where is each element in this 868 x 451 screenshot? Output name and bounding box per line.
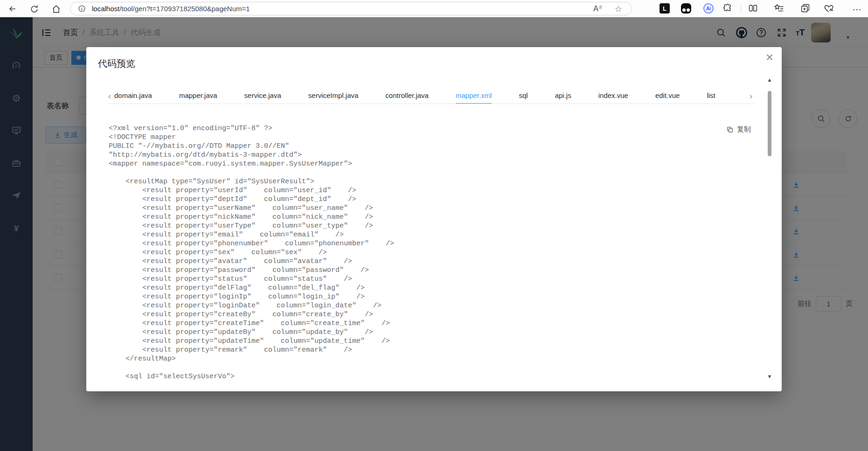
code-preview-dialog: 代码预览 × ‹ domain.javamapper.javaservice.j… xyxy=(86,47,782,391)
toolbar-separator xyxy=(741,4,741,13)
scroll-down-icon[interactable]: ▼ xyxy=(767,374,772,379)
split-screen-icon[interactable] xyxy=(748,3,758,13)
tab-edit.vue[interactable]: edit.vue xyxy=(655,88,680,104)
collections-icon[interactable] xyxy=(800,3,810,13)
favorites-list-icon[interactable] xyxy=(774,3,784,14)
extension-ai-icon[interactable]: Ai xyxy=(703,3,714,14)
tab-scroll-right-icon[interactable]: › xyxy=(746,91,756,101)
arrow-left-icon xyxy=(8,4,17,14)
browser-menu-icon[interactable]: … xyxy=(852,2,862,13)
extension-mask-icon[interactable] xyxy=(681,3,691,14)
tab-domain.java[interactable]: domain.java xyxy=(114,88,152,104)
scroll-up-icon[interactable]: ▲ xyxy=(767,77,772,83)
dialog-title: 代码预览 xyxy=(98,57,135,70)
favorite-star-icon[interactable]: ☆ xyxy=(615,5,622,13)
browser-home-button[interactable] xyxy=(50,3,62,15)
site-info-icon[interactable] xyxy=(77,4,86,14)
refresh-icon xyxy=(30,5,39,14)
browser-essentials-icon[interactable] xyxy=(824,3,834,14)
tab-serviceImpl.java[interactable]: serviceImpl.java xyxy=(308,88,359,104)
extension-l-icon[interactable]: L xyxy=(660,3,670,14)
code-content: <?xml version="1.0" encoding="UTF-8" ?> … xyxy=(109,124,724,381)
copy-icon xyxy=(726,126,734,133)
url-text: localhost/tool/gen?t=1709371825080&pageN… xyxy=(92,5,593,13)
tab-list[interactable]: list xyxy=(707,88,715,104)
close-icon[interactable]: × xyxy=(766,51,773,64)
tab-scroll-left-icon[interactable]: ‹ xyxy=(105,91,114,101)
browser-back-button[interactable] xyxy=(7,3,19,15)
tabs-divider xyxy=(109,104,755,104)
code-scrollbar: ▲ ▼ xyxy=(767,77,772,379)
tab-index.vue[interactable]: index.vue xyxy=(598,88,628,104)
tab-list: domain.javamapper.javaservice.javaservic… xyxy=(114,88,746,104)
scrollbar-thumb[interactable] xyxy=(768,91,771,156)
address-bar[interactable]: localhost/tool/gen?t=1709371825080&pageN… xyxy=(70,2,632,15)
browser-toolbar: localhost/tool/gen?t=1709371825080&pageN… xyxy=(0,0,868,17)
browser-refresh-button[interactable] xyxy=(28,3,40,15)
copy-button[interactable]: 复制 xyxy=(726,125,751,134)
tab-mapper.java[interactable]: mapper.java xyxy=(179,88,217,104)
extensions-puzzle-icon[interactable] xyxy=(723,3,733,13)
tab-service.java[interactable]: service.java xyxy=(244,88,281,104)
tab-controller.java[interactable]: controller.java xyxy=(385,88,429,104)
read-aloud-icon[interactable]: A xyxy=(593,5,603,13)
home-icon xyxy=(52,5,61,14)
tab-sql[interactable]: sql xyxy=(519,88,528,104)
tab-mapper.xml[interactable]: mapper.xml xyxy=(456,88,492,104)
tab-api.js[interactable]: api.js xyxy=(555,88,571,104)
file-tabs: ‹ domain.javamapper.javaservice.javaserv… xyxy=(105,88,756,104)
